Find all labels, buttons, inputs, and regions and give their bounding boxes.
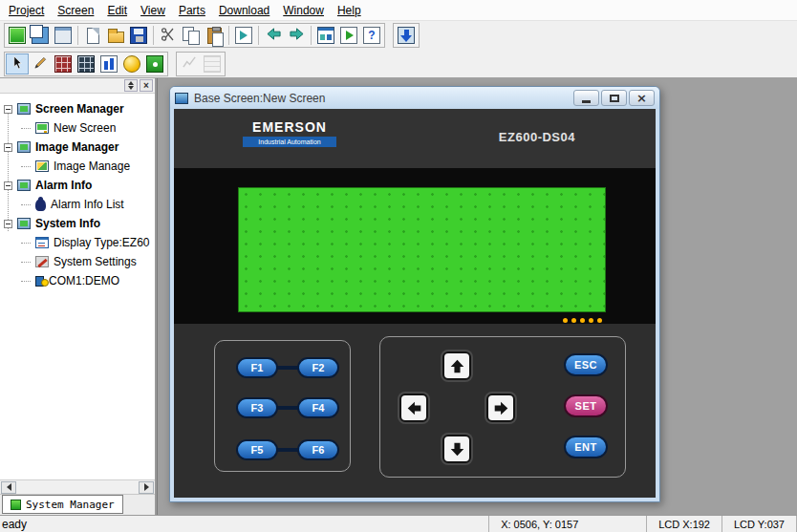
horizontal-scrollbar[interactable] bbox=[0, 479, 155, 494]
window-titlebar[interactable]: Base Screen:New Screen bbox=[170, 87, 659, 109]
screen-list-icon bbox=[317, 27, 334, 44]
next-screen-button[interactable] bbox=[285, 25, 308, 46]
menu-item-screen[interactable]: Screen bbox=[51, 1, 100, 20]
project-panel: × Screen Manager New Screen Image Manage… bbox=[0, 78, 157, 515]
new-screen-tree-icon bbox=[35, 122, 49, 134]
ent-key: ENT bbox=[564, 436, 608, 458]
cursor-icon bbox=[9, 55, 26, 73]
system-settings-icon bbox=[35, 256, 49, 267]
paste-button[interactable] bbox=[203, 25, 226, 46]
menu-item-view[interactable]: View bbox=[134, 1, 172, 20]
project-tree: Screen Manager New Screen Image Manager … bbox=[0, 94, 155, 479]
lamp-button[interactable] bbox=[120, 53, 143, 74]
expand-toggle-icon[interactable] bbox=[4, 105, 12, 114]
panel-toolbar: × bbox=[0, 78, 155, 94]
tree-connector bbox=[21, 166, 31, 167]
toolbar-separator bbox=[153, 26, 154, 45]
bar-display-button[interactable] bbox=[97, 53, 120, 74]
left-arrow-icon bbox=[265, 27, 282, 44]
f1-key: F1 bbox=[236, 357, 278, 378]
tree-item-screen-manager[interactable]: Screen Manager bbox=[0, 99, 155, 118]
tree-label: New Screen bbox=[54, 121, 116, 135]
status-cursor-coords: X: 0506, Y: 0157 bbox=[489, 516, 647, 532]
maximize-icon[interactable] bbox=[601, 90, 627, 106]
tree-item-alarm-info[interactable]: Alarm Info bbox=[0, 176, 155, 195]
screen-property-button[interactable] bbox=[52, 25, 75, 46]
tree-item-image-manage[interactable]: Image Manage bbox=[0, 157, 155, 176]
open-screen-button[interactable] bbox=[29, 25, 52, 46]
scroll-left-icon[interactable] bbox=[1, 481, 16, 494]
alarm-list-icon bbox=[35, 199, 46, 211]
brand-name: EMERSON bbox=[243, 119, 336, 135]
help-button[interactable] bbox=[360, 25, 383, 46]
dock-arrows-icon[interactable] bbox=[124, 79, 138, 92]
menu-bar: Project Screen Edit View Parts Download … bbox=[0, 0, 797, 21]
prev-screen-button[interactable] bbox=[262, 25, 285, 46]
fkey-panel: F1 F2 F3 F4 F5 F6 bbox=[214, 340, 351, 472]
tree-label: System Settings bbox=[54, 255, 137, 268]
simulate-icon bbox=[340, 27, 357, 44]
tree-connector bbox=[21, 243, 31, 244]
expand-toggle-icon[interactable] bbox=[4, 143, 12, 152]
select-tool-button[interactable] bbox=[6, 53, 29, 74]
expand-toggle-icon[interactable] bbox=[4, 181, 12, 190]
set-key: SET bbox=[564, 394, 608, 417]
main-toolbar bbox=[0, 21, 797, 50]
scroll-right-icon[interactable] bbox=[139, 481, 154, 494]
alarm-info-icon bbox=[17, 180, 31, 191]
tree-label: Screen Manager bbox=[35, 102, 124, 116]
simulate-button[interactable] bbox=[337, 25, 360, 46]
download-to-hmi-button[interactable] bbox=[395, 25, 418, 46]
screen-list-button[interactable] bbox=[314, 25, 337, 46]
new-screen-button[interactable] bbox=[6, 25, 29, 46]
tile-grid-dark-button[interactable] bbox=[52, 53, 75, 74]
save-button[interactable] bbox=[127, 25, 150, 46]
draw-tool-button[interactable] bbox=[29, 53, 52, 74]
window-icon bbox=[175, 93, 188, 104]
toolbar-separator bbox=[311, 26, 312, 45]
copy-button[interactable] bbox=[180, 25, 203, 46]
menu-item-download[interactable]: Download bbox=[212, 1, 276, 20]
new-file-button[interactable] bbox=[81, 25, 104, 46]
menu-item-edit[interactable]: Edit bbox=[100, 1, 134, 20]
menu-item-window[interactable]: Window bbox=[276, 1, 331, 20]
right-arrow-key bbox=[486, 394, 515, 422]
tree-item-system-settings[interactable]: System Settings bbox=[0, 252, 155, 271]
jump-screen-button[interactable] bbox=[232, 25, 255, 46]
up-arrow-key bbox=[442, 351, 471, 380]
window-client: EMERSON Industrial Automation EZ600-DS04 bbox=[174, 109, 656, 498]
menu-item-help[interactable]: Help bbox=[331, 1, 368, 20]
menu-item-parts[interactable]: Parts bbox=[172, 1, 212, 20]
new-screen-icon bbox=[9, 27, 26, 44]
lcd-screen-canvas[interactable] bbox=[238, 187, 606, 312]
left-arrow-key bbox=[399, 394, 428, 422]
cut-button[interactable] bbox=[157, 25, 180, 46]
close-icon[interactable] bbox=[629, 90, 655, 106]
tab-system-manager[interactable]: System Manager bbox=[2, 495, 123, 514]
expand-toggle-icon[interactable] bbox=[4, 220, 12, 228]
panel-close-icon[interactable]: × bbox=[140, 79, 153, 92]
tree-item-display-type[interactable]: Display Type:EZ60 bbox=[0, 233, 155, 252]
tile-grid-dark-icon bbox=[54, 55, 72, 73]
led-indicator bbox=[580, 318, 585, 323]
status-cells: X: 0506, Y: 0157 LCD X:192 LCD Y:037 bbox=[488, 516, 797, 532]
tree-label: System Info bbox=[35, 217, 100, 230]
tree-item-com1[interactable]: COM1:DEMO bbox=[0, 271, 155, 290]
tree-item-system-info[interactable]: System Info bbox=[0, 214, 155, 233]
open-file-button[interactable] bbox=[104, 25, 127, 46]
open-folder-icon bbox=[108, 32, 124, 43]
tree-item-alarm-info-list[interactable]: Alarm Info List bbox=[0, 195, 155, 214]
tile-grid-blue-button[interactable] bbox=[75, 53, 97, 74]
tile-grid-blue-icon bbox=[77, 55, 95, 73]
bar-display-icon bbox=[100, 55, 118, 73]
lcd-bezel bbox=[174, 168, 656, 324]
led-indicator bbox=[563, 318, 568, 323]
device-keypad: F1 F2 F3 F4 F5 F6 ESC bbox=[174, 324, 656, 498]
new-file-icon bbox=[87, 28, 99, 44]
tree-item-image-manager[interactable]: Image Manager bbox=[0, 138, 155, 157]
tree-item-new-screen[interactable]: New Screen bbox=[0, 118, 155, 138]
bitmap-button[interactable] bbox=[143, 53, 166, 74]
minimize-icon[interactable] bbox=[573, 90, 599, 106]
menu-item-project[interactable]: Project bbox=[2, 1, 51, 20]
trend-chart-icon bbox=[181, 55, 198, 73]
